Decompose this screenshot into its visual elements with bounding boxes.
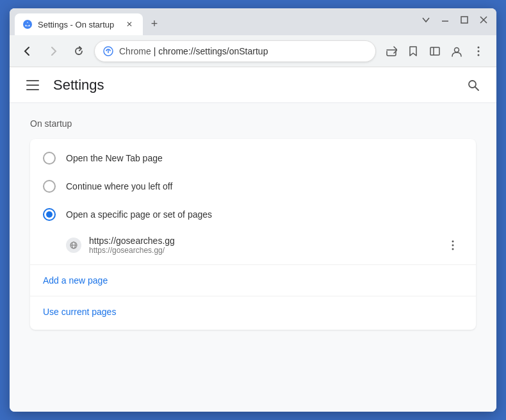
browser-window: Settings - On startup ✕ + <box>10 8 496 412</box>
radio-new-tab[interactable] <box>43 152 56 165</box>
site-info-icon <box>102 45 114 57</box>
page-entry: https://gosearches.gg https://gosearches… <box>30 229 476 262</box>
svg-point-21 <box>452 241 454 243</box>
option-new-tab[interactable]: Open the New Tab page <box>30 144 476 172</box>
menu-line-1 <box>26 80 39 81</box>
option-specific[interactable]: Open a specific page or set of pages <box>30 200 476 229</box>
svg-point-13 <box>478 46 480 48</box>
sidebar-button[interactable] <box>425 41 445 61</box>
divider-1 <box>30 264 476 265</box>
minimize-button[interactable] <box>440 15 450 25</box>
search-settings-button[interactable] <box>463 75 484 95</box>
back-button[interactable] <box>17 41 38 61</box>
svg-rect-10 <box>430 47 439 55</box>
window-controls <box>421 15 489 25</box>
section-title: On startup <box>30 118 476 129</box>
nav-bar: Chrome | chrome://settings/onStartup <box>10 35 496 67</box>
svg-point-15 <box>478 54 480 56</box>
svg-point-23 <box>452 248 454 250</box>
option-continue-label: Continue where you left off <box>66 181 172 191</box>
option-specific-label: Open a specific page or set of pages <box>66 209 212 220</box>
page-entry-url: https://gosearches.gg/ <box>89 246 435 255</box>
svg-rect-3 <box>461 17 468 23</box>
settings-body: PCsk.com On startup Open the New Tab pag… <box>10 103 496 345</box>
forward-button[interactable] <box>43 41 63 61</box>
page-info: https://gosearches.gg https://gosearches… <box>89 236 435 255</box>
tab-close-button[interactable]: ✕ <box>124 19 135 30</box>
option-new-tab-label: Open the New Tab page <box>66 153 163 163</box>
add-new-page-button[interactable]: Add a new page <box>30 268 120 293</box>
svg-marker-9 <box>410 47 416 56</box>
page-entry-menu-button[interactable] <box>443 235 463 255</box>
nav-actions <box>381 41 489 61</box>
svg-point-12 <box>455 47 459 52</box>
tab-title: Settings - On startup <box>38 20 118 29</box>
address-text: Chrome | chrome://settings/onStartup <box>119 46 368 56</box>
settings-header: Settings <box>10 67 496 103</box>
divider-2 <box>30 296 476 296</box>
svg-point-1 <box>26 23 29 26</box>
page-content: Settings PCsk.com On startup Open the Ne… <box>10 67 496 412</box>
svg-line-17 <box>475 87 478 90</box>
active-tab[interactable]: Settings - On startup ✕ <box>15 13 143 35</box>
svg-point-22 <box>452 245 454 246</box>
svg-point-14 <box>478 50 480 52</box>
hamburger-menu-button[interactable] <box>22 75 43 95</box>
radio-continue[interactable] <box>43 180 56 193</box>
address-bar[interactable]: Chrome | chrome://settings/onStartup <box>94 40 376 62</box>
options-card: Open the New Tab page Continue where you… <box>30 139 476 330</box>
radio-specific[interactable] <box>43 208 56 221</box>
new-tab-button[interactable]: + <box>145 15 163 33</box>
more-button[interactable] <box>468 41 489 61</box>
share-button[interactable] <box>381 41 402 61</box>
option-continue[interactable]: Continue where you left off <box>30 172 476 200</box>
profile-button[interactable] <box>446 41 467 61</box>
minimize-to-tray-button[interactable] <box>421 15 431 25</box>
close-button[interactable] <box>478 15 489 25</box>
svg-point-16 <box>469 81 476 88</box>
radio-selected-dot <box>46 211 53 218</box>
tab-bar: Settings - On startup ✕ + <box>15 13 491 35</box>
tab-favicon <box>22 19 33 29</box>
menu-line-2 <box>26 85 39 86</box>
bookmark-button[interactable] <box>403 41 423 61</box>
page-entry-favicon <box>66 238 81 253</box>
page-title: Settings <box>53 77 463 93</box>
use-current-pages-button[interactable]: Use current pages <box>30 299 129 325</box>
maximize-button[interactable] <box>459 15 469 25</box>
page-entry-name: https://gosearches.gg <box>89 236 435 246</box>
menu-line-3 <box>26 89 39 90</box>
reload-button[interactable] <box>69 41 89 61</box>
title-bar: Settings - On startup ✕ + <box>10 8 496 35</box>
